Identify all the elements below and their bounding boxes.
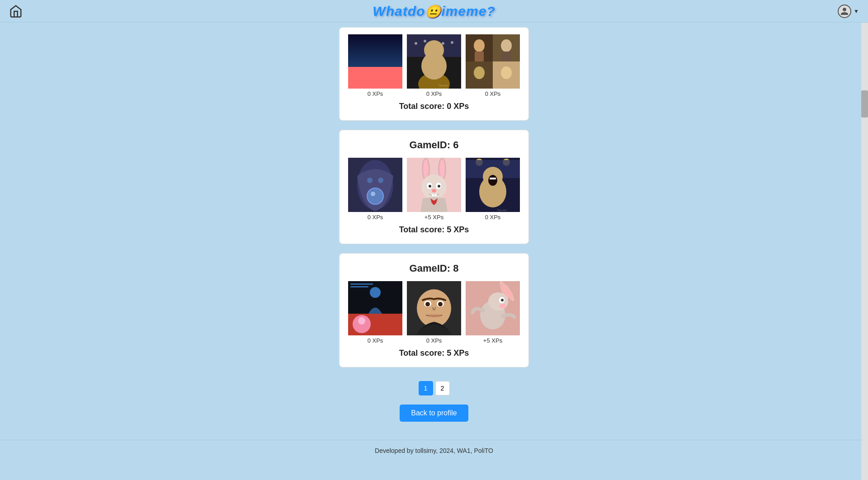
svg-point-75 (488, 292, 508, 311)
svg-rect-45 (434, 194, 437, 197)
svg-point-25 (474, 66, 485, 79)
meme-image-wrestler2: ©p.com (466, 158, 520, 212)
svg-point-15 (451, 41, 453, 44)
meme-item: ©p.com 0 XPs (407, 34, 461, 97)
page-1-button[interactable]: 1 (419, 381, 433, 395)
svg-rect-68 (429, 315, 439, 317)
meme-item: +5 XPs (466, 281, 520, 344)
back-to-profile-button[interactable]: Back to profile (400, 405, 468, 422)
meme-item: 0 XPs (348, 158, 402, 221)
meme-score-2: 0 XPs (426, 90, 442, 97)
svg-rect-53 (490, 178, 496, 179)
meme-item: 0 XPs (348, 281, 402, 344)
meme-score-6-2: +5 XPs (425, 214, 443, 221)
user-menu[interactable]: ▼ (838, 5, 859, 18)
svg-rect-22 (475, 52, 484, 61)
meme-score-8-2: 0 XPs (426, 337, 442, 344)
svg-point-5 (353, 68, 371, 86)
svg-point-31 (367, 178, 373, 183)
meme-score-8-3: +5 XPs (483, 337, 502, 344)
meme-image-angry (407, 281, 461, 335)
meme-item: ©p.com 0 XPs (466, 158, 520, 221)
meme-score-8-1: 0 XPs (368, 337, 383, 344)
meme-item: 0 XPs (466, 34, 520, 97)
meme-score-6-3: 0 XPs (485, 214, 501, 221)
page-2-button[interactable]: 2 (435, 381, 450, 395)
meme-score-3: 0 XPs (485, 90, 501, 97)
meme-image-hackers (348, 34, 402, 89)
game-8-card: GameID: 8 0 XPs (339, 253, 529, 367)
meme-score-1: 0 XPs (368, 90, 383, 97)
game-6-card: GameID: 6 (339, 130, 529, 244)
header: Whatdo😐imeme? ▼ (0, 0, 868, 23)
meme-image-hackers2 (348, 281, 402, 335)
chevron-down-icon: ▼ (854, 8, 859, 14)
svg-point-6 (358, 71, 365, 78)
svg-point-61 (358, 317, 365, 325)
svg-point-23 (501, 39, 512, 52)
svg-rect-24 (502, 52, 511, 61)
svg-rect-58 (350, 283, 373, 285)
meme-image-bugs2 (466, 281, 520, 335)
svg-point-63 (417, 289, 451, 327)
footer: Developed by tollsimy, 2024, WA1, PoliTO (0, 440, 868, 461)
svg-point-52 (488, 175, 497, 186)
svg-rect-59 (350, 286, 368, 287)
svg-point-21 (474, 39, 485, 52)
footer-text: Developed by tollsimy, 2024, WA1, PoliTO (375, 447, 493, 454)
meme-image-bugs1 (407, 158, 461, 212)
svg-point-37 (440, 160, 444, 178)
main-content: 0 XPs (0, 0, 868, 440)
home-button[interactable] (9, 5, 23, 18)
game-8-memes-row: 0 XPs (349, 281, 519, 344)
svg-point-41 (429, 185, 431, 188)
svg-rect-44 (432, 194, 434, 197)
game-8-total: Total score: 5 XPs (349, 348, 519, 358)
pagination: 1 2 (419, 381, 450, 395)
meme-image-wrestler1: ©p.com (407, 34, 461, 89)
top-partial-game-card: 0 XPs (339, 27, 529, 121)
svg-point-66 (425, 302, 430, 306)
svg-point-14 (442, 42, 444, 45)
svg-text:©p.com: ©p.com (439, 84, 448, 87)
game-8-title: GameID: 8 (349, 263, 519, 274)
meme-score-6-1: 0 XPs (368, 214, 383, 221)
svg-point-2 (370, 40, 381, 51)
meme-image-alien (348, 158, 402, 212)
svg-point-78 (500, 304, 506, 308)
svg-point-30 (371, 192, 375, 196)
svg-point-67 (438, 302, 443, 306)
svg-point-11 (424, 40, 444, 60)
total-score: Total score: 0 XPs (349, 102, 519, 111)
svg-point-57 (370, 287, 381, 298)
svg-point-43 (432, 189, 436, 193)
svg-point-42 (438, 185, 440, 188)
game-6-total: Total score: 5 XPs (349, 225, 519, 235)
svg-rect-3 (350, 37, 373, 38)
svg-rect-4 (350, 39, 368, 41)
game-6-title: GameID: 6 (349, 139, 519, 151)
svg-rect-0 (348, 34, 402, 67)
svg-point-12 (415, 42, 417, 45)
game-6-memes-row: 0 XPs (349, 158, 519, 221)
svg-point-13 (424, 40, 426, 42)
meme-item: 0 XPs (407, 281, 461, 344)
user-avatar (838, 5, 851, 18)
meme-item: 0 XPs (348, 34, 402, 97)
svg-point-35 (424, 160, 428, 178)
svg-text:©p.com: ©p.com (497, 209, 507, 212)
scrollbar-thumb[interactable] (861, 90, 868, 118)
svg-rect-1 (348, 67, 402, 89)
svg-point-32 (378, 178, 383, 183)
scrollbar-area[interactable] (861, 0, 868, 480)
svg-point-29 (367, 188, 383, 204)
meme-item: +5 XPs (407, 158, 461, 221)
meme-image-got (466, 34, 520, 89)
app-logo: Whatdo😐imeme? (373, 4, 495, 19)
svg-point-77 (501, 299, 504, 301)
svg-point-26 (501, 66, 512, 79)
memes-row: 0 XPs (349, 34, 519, 97)
